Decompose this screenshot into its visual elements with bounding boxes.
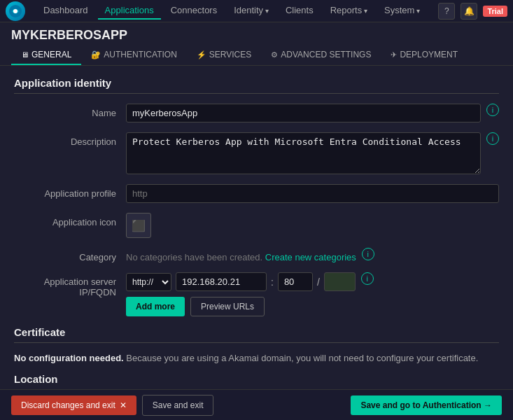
category-empty-text: No categories have been created. Create … [126, 248, 356, 262]
svg-point-1 [13, 9, 17, 13]
general-tab-icon: 🖥 [21, 50, 29, 59]
server-port-input[interactable] [278, 272, 313, 291]
auth-tab-icon: 🔐 [91, 50, 101, 59]
app-profile-label: Application profile [14, 184, 126, 199]
tab-services[interactable]: ⚡ SERVICES [187, 46, 261, 65]
discard-label: Discard changes and exit [21, 400, 115, 410]
name-row: Name i [14, 104, 499, 122]
description-label: Description [14, 132, 126, 147]
page-title-text: MYKERBEROSAPP [11, 28, 127, 43]
tab-services-label: SERVICES [209, 50, 251, 59]
app-icon-row: Application icon ⬛ [14, 213, 499, 238]
tab-deployment-label: DEPLOYMENT [400, 50, 458, 59]
nav-right-actions: ? 🔔 Trial [438, 3, 507, 20]
page-title: MYKERBEROSAPP [11, 28, 502, 43]
description-info-icon[interactable]: i [486, 132, 499, 145]
name-info-icon[interactable]: i [486, 104, 499, 116]
nav-dashboard[interactable]: Dashboard [36, 2, 95, 20]
advanced-tab-icon: ⚙ [271, 50, 278, 59]
save-auth-button[interactable]: Save and go to Authentication → [351, 396, 502, 415]
app-icon-control: ⬛ [126, 213, 499, 238]
preview-urls-button[interactable]: Preview URLs [190, 297, 265, 316]
services-tab-icon: ⚡ [197, 50, 206, 59]
certificate-note: No configuration needed. Because you are… [14, 353, 499, 363]
discard-button[interactable]: Discard changes and exit ✕ [11, 396, 136, 415]
app-profile-control [126, 184, 499, 203]
notification-icon[interactable]: 🔔 [461, 3, 477, 20]
logo [6, 1, 25, 21]
server-path-input[interactable] [324, 272, 356, 291]
tab-authentication[interactable]: 🔐 AUTHENTICATION [81, 46, 186, 65]
certificate-section-title: Certificate [14, 326, 499, 343]
save-button[interactable]: Save and exit [142, 395, 214, 416]
colon-separator: : [271, 276, 274, 288]
server-ip-row: Application server IP/FQDN http:// https… [14, 272, 499, 316]
category-control: No categories have been created. Create … [126, 248, 499, 262]
tab-general-label: GENERAL [31, 50, 71, 59]
nav-clients[interactable]: Clients [279, 2, 321, 20]
certificate-section: Certificate No configuration needed. Bec… [14, 326, 499, 363]
app-icon-label: Application icon [14, 213, 126, 227]
app-identity-section-title: Application identity [14, 77, 499, 94]
tab-authentication-label: AUTHENTICATION [104, 50, 176, 59]
description-control: Protect Kerberos App with Microsoft Entr… [126, 132, 499, 174]
app-icon-symbol: ⬛ [132, 219, 146, 232]
tab-general[interactable]: 🖥 GENERAL [11, 46, 81, 65]
location-section: Location Akamai Cloud Zone US-West US-Ea… [14, 373, 499, 391]
nav-connectors[interactable]: Connectors [164, 2, 224, 20]
discard-x-icon: ✕ [120, 400, 127, 410]
bottom-bar: Discard changes and exit ✕ Save and exit… [0, 389, 513, 420]
nav-applications[interactable]: Applications [98, 2, 161, 20]
nav-menu: Dashboard Applications Connectors Identi… [36, 2, 438, 20]
server-ip-label: Application server IP/FQDN [14, 272, 126, 298]
server-inputs: http:// https:// : / [126, 272, 356, 291]
main-content: Application identity Name i Description … [0, 66, 513, 391]
category-label: Category [14, 248, 126, 262]
server-ip-control: http:// https:// : / i Add more Preview … [126, 272, 499, 316]
page-header: MYKERBEROSAPP 🖥 GENERAL 🔐 AUTHENTICATION… [0, 22, 513, 66]
cert-note-bold: No configuration needed. [14, 353, 124, 363]
location-section-title: Location [14, 373, 499, 390]
logo-icon [6, 1, 25, 21]
name-input[interactable] [126, 104, 481, 122]
name-control: i [126, 104, 499, 122]
server-ip-input[interactable] [176, 272, 267, 291]
tab-bar: 🖥 GENERAL 🔐 AUTHENTICATION ⚡ SERVICES ⚙ … [11, 46, 502, 65]
tab-advanced-settings[interactable]: ⚙ ADVANCED SETTINGS [261, 46, 381, 65]
save-auth-label: Save and go to Authentication → [360, 400, 492, 410]
protocol-select[interactable]: http:// https:// [126, 273, 171, 291]
app-profile-row: Application profile [14, 184, 499, 203]
help-icon[interactable]: ? [438, 3, 455, 20]
app-profile-input[interactable] [126, 184, 499, 203]
top-navigation: Dashboard Applications Connectors Identi… [0, 0, 513, 22]
slash-separator: / [317, 276, 320, 288]
nav-system[interactable]: System [377, 2, 427, 20]
name-label: Name [14, 104, 126, 118]
nav-identity[interactable]: Identity [227, 2, 276, 20]
tab-deployment[interactable]: ✈ DEPLOYMENT [381, 46, 468, 65]
description-input[interactable]: Protect Kerberos App with Microsoft Entr… [126, 132, 481, 174]
category-row: Category No categories have been created… [14, 248, 499, 262]
nav-reports[interactable]: Reports [323, 2, 374, 20]
category-info-icon[interactable]: i [362, 248, 374, 260]
app-icon-button[interactable]: ⬛ [126, 213, 151, 238]
cert-note-text: Because you are using a Akamai domain, y… [126, 353, 478, 363]
server-info-icon[interactable]: i [361, 272, 374, 285]
add-more-button[interactable]: Add more [126, 297, 185, 316]
description-row: Description Protect Kerberos App with Mi… [14, 132, 499, 174]
deployment-tab-icon: ✈ [391, 50, 397, 59]
trial-badge: Trial [483, 6, 507, 17]
tab-advanced-label: ADVANCED SETTINGS [281, 50, 371, 59]
create-categories-link[interactable]: Create new categories [265, 252, 356, 262]
server-btn-row: Add more Preview URLs [126, 297, 499, 316]
